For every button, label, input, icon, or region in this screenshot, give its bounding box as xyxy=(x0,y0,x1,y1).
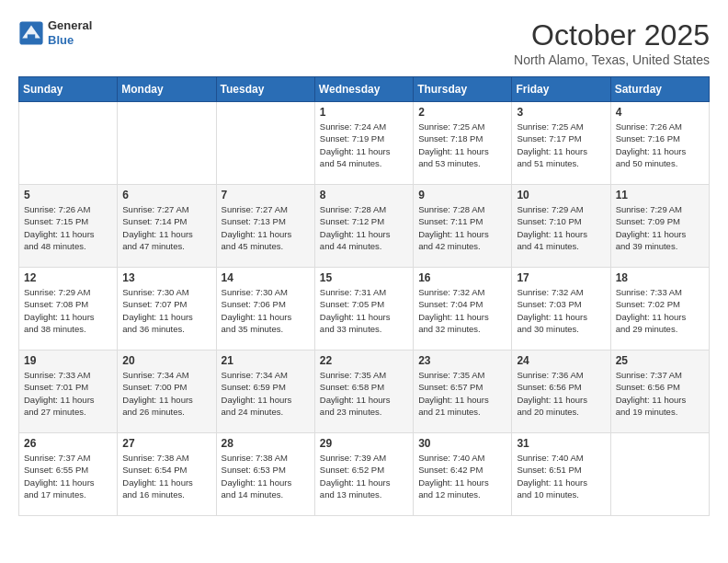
calendar-cell: 7Sunrise: 7:27 AM Sunset: 7:13 PM Daylig… xyxy=(216,185,314,268)
day-info: Sunrise: 7:29 AM Sunset: 7:09 PM Dayligh… xyxy=(616,203,704,252)
day-number: 17 xyxy=(517,271,605,284)
calendar-cell: 6Sunrise: 7:27 AM Sunset: 7:14 PM Daylig… xyxy=(118,185,216,268)
day-number: 26 xyxy=(24,437,112,450)
weekday-header: Thursday xyxy=(414,77,512,102)
day-info: Sunrise: 7:28 AM Sunset: 7:11 PM Dayligh… xyxy=(418,203,506,252)
day-info: Sunrise: 7:26 AM Sunset: 7:15 PM Dayligh… xyxy=(24,203,112,252)
calendar-cell: 4Sunrise: 7:26 AM Sunset: 7:16 PM Daylig… xyxy=(610,102,709,185)
calendar: SundayMondayTuesdayWednesdayThursdayFrid… xyxy=(18,76,710,516)
day-number: 8 xyxy=(320,189,408,201)
calendar-cell: 12Sunrise: 7:29 AM Sunset: 7:08 PM Dayli… xyxy=(19,268,118,350)
calendar-cell: 21Sunrise: 7:34 AM Sunset: 6:59 PM Dayli… xyxy=(216,350,314,433)
calendar-cell xyxy=(610,433,709,516)
day-info: Sunrise: 7:38 AM Sunset: 6:53 PM Dayligh… xyxy=(222,452,310,500)
day-number: 23 xyxy=(418,354,506,367)
calendar-cell: 24Sunrise: 7:36 AM Sunset: 6:56 PM Dayli… xyxy=(512,350,610,433)
calendar-week-row: 19Sunrise: 7:33 AM Sunset: 7:01 PM Dayli… xyxy=(19,350,710,433)
day-number: 11 xyxy=(616,189,704,201)
day-number: 18 xyxy=(616,271,704,284)
calendar-week-row: 5Sunrise: 7:26 AM Sunset: 7:15 PM Daylig… xyxy=(19,185,710,268)
calendar-cell: 29Sunrise: 7:39 AM Sunset: 6:52 PM Dayli… xyxy=(314,433,413,516)
calendar-cell: 31Sunrise: 7:40 AM Sunset: 6:51 PM Dayli… xyxy=(512,433,610,516)
day-info: Sunrise: 7:35 AM Sunset: 6:58 PM Dayligh… xyxy=(320,369,408,418)
day-number: 27 xyxy=(122,437,210,450)
calendar-cell: 9Sunrise: 7:28 AM Sunset: 7:11 PM Daylig… xyxy=(414,185,512,268)
calendar-cell: 19Sunrise: 7:33 AM Sunset: 7:01 PM Dayli… xyxy=(19,350,118,433)
day-info: Sunrise: 7:27 AM Sunset: 7:13 PM Dayligh… xyxy=(222,203,310,252)
day-number: 20 xyxy=(122,354,210,367)
day-info: Sunrise: 7:25 AM Sunset: 7:18 PM Dayligh… xyxy=(418,121,506,169)
calendar-cell: 30Sunrise: 7:40 AM Sunset: 6:42 PM Dayli… xyxy=(414,433,512,516)
calendar-cell: 11Sunrise: 7:29 AM Sunset: 7:09 PM Dayli… xyxy=(610,185,709,268)
calendar-cell: 3Sunrise: 7:25 AM Sunset: 7:17 PM Daylig… xyxy=(512,102,610,185)
calendar-cell: 8Sunrise: 7:28 AM Sunset: 7:12 PM Daylig… xyxy=(314,185,413,268)
day-number: 15 xyxy=(320,271,408,284)
day-info: Sunrise: 7:34 AM Sunset: 6:59 PM Dayligh… xyxy=(222,369,310,418)
location: North Alamo, Texas, United States xyxy=(514,52,710,67)
calendar-week-row: 1Sunrise: 7:24 AM Sunset: 7:19 PM Daylig… xyxy=(19,102,710,185)
calendar-cell: 15Sunrise: 7:31 AM Sunset: 7:05 PM Dayli… xyxy=(314,268,413,350)
day-info: Sunrise: 7:33 AM Sunset: 7:01 PM Dayligh… xyxy=(24,369,112,418)
day-info: Sunrise: 7:32 AM Sunset: 7:03 PM Dayligh… xyxy=(517,286,605,335)
day-number: 5 xyxy=(24,189,112,201)
day-number: 3 xyxy=(517,106,605,119)
day-info: Sunrise: 7:38 AM Sunset: 6:54 PM Dayligh… xyxy=(122,452,210,500)
calendar-cell: 14Sunrise: 7:30 AM Sunset: 7:06 PM Dayli… xyxy=(216,268,314,350)
day-info: Sunrise: 7:36 AM Sunset: 6:56 PM Dayligh… xyxy=(517,369,605,418)
day-info: Sunrise: 7:24 AM Sunset: 7:19 PM Dayligh… xyxy=(320,121,408,169)
day-info: Sunrise: 7:40 AM Sunset: 6:51 PM Dayligh… xyxy=(517,452,605,500)
day-number: 1 xyxy=(320,106,408,119)
day-number: 21 xyxy=(222,354,310,367)
day-number: 14 xyxy=(222,271,310,284)
day-number: 9 xyxy=(418,189,506,201)
calendar-cell: 25Sunrise: 7:37 AM Sunset: 6:56 PM Dayli… xyxy=(610,350,709,433)
calendar-cell: 27Sunrise: 7:38 AM Sunset: 6:54 PM Dayli… xyxy=(118,433,216,516)
day-info: Sunrise: 7:33 AM Sunset: 7:02 PM Dayligh… xyxy=(616,286,704,335)
calendar-cell: 23Sunrise: 7:35 AM Sunset: 6:57 PM Dayli… xyxy=(414,350,512,433)
calendar-cell xyxy=(216,102,314,185)
day-info: Sunrise: 7:37 AM Sunset: 6:56 PM Dayligh… xyxy=(616,369,704,418)
day-info: Sunrise: 7:35 AM Sunset: 6:57 PM Dayligh… xyxy=(418,369,506,418)
day-number: 30 xyxy=(418,437,506,450)
month-title: October 2025 xyxy=(514,18,710,52)
calendar-header-row: SundayMondayTuesdayWednesdayThursdayFrid… xyxy=(19,77,710,102)
day-info: Sunrise: 7:30 AM Sunset: 7:06 PM Dayligh… xyxy=(222,286,310,335)
day-number: 12 xyxy=(24,271,112,284)
weekday-header: Saturday xyxy=(610,77,709,102)
day-info: Sunrise: 7:29 AM Sunset: 7:08 PM Dayligh… xyxy=(24,286,112,335)
day-info: Sunrise: 7:39 AM Sunset: 6:52 PM Dayligh… xyxy=(320,452,408,500)
calendar-cell: 26Sunrise: 7:37 AM Sunset: 6:55 PM Dayli… xyxy=(19,433,118,516)
day-number: 2 xyxy=(418,106,506,119)
weekday-header: Tuesday xyxy=(216,77,314,102)
calendar-week-row: 12Sunrise: 7:29 AM Sunset: 7:08 PM Dayli… xyxy=(19,268,710,350)
calendar-cell: 13Sunrise: 7:30 AM Sunset: 7:07 PM Dayli… xyxy=(118,268,216,350)
weekday-header: Wednesday xyxy=(314,77,413,102)
day-info: Sunrise: 7:29 AM Sunset: 7:10 PM Dayligh… xyxy=(517,203,605,252)
weekday-header: Sunday xyxy=(19,77,118,102)
calendar-cell: 10Sunrise: 7:29 AM Sunset: 7:10 PM Dayli… xyxy=(512,185,610,268)
calendar-cell: 1Sunrise: 7:24 AM Sunset: 7:19 PM Daylig… xyxy=(314,102,413,185)
day-number: 7 xyxy=(222,189,310,201)
day-info: Sunrise: 7:40 AM Sunset: 6:42 PM Dayligh… xyxy=(418,452,506,500)
day-number: 28 xyxy=(222,437,310,450)
day-number: 31 xyxy=(517,437,605,450)
logo-text: General Blue xyxy=(48,18,92,47)
calendar-cell xyxy=(118,102,216,185)
day-info: Sunrise: 7:34 AM Sunset: 7:00 PM Dayligh… xyxy=(122,369,210,418)
day-number: 4 xyxy=(616,106,704,119)
day-number: 29 xyxy=(320,437,408,450)
page-header: General Blue October 2025 North Alamo, T… xyxy=(18,18,710,67)
calendar-cell: 17Sunrise: 7:32 AM Sunset: 7:03 PM Dayli… xyxy=(512,268,610,350)
day-info: Sunrise: 7:37 AM Sunset: 6:55 PM Dayligh… xyxy=(24,452,112,500)
logo-icon xyxy=(18,20,44,46)
calendar-cell: 28Sunrise: 7:38 AM Sunset: 6:53 PM Dayli… xyxy=(216,433,314,516)
day-info: Sunrise: 7:26 AM Sunset: 7:16 PM Dayligh… xyxy=(616,121,704,169)
calendar-cell: 18Sunrise: 7:33 AM Sunset: 7:02 PM Dayli… xyxy=(610,268,709,350)
calendar-cell: 2Sunrise: 7:25 AM Sunset: 7:18 PM Daylig… xyxy=(414,102,512,185)
day-number: 10 xyxy=(517,189,605,201)
day-info: Sunrise: 7:32 AM Sunset: 7:04 PM Dayligh… xyxy=(418,286,506,335)
day-info: Sunrise: 7:31 AM Sunset: 7:05 PM Dayligh… xyxy=(320,286,408,335)
weekday-header: Friday xyxy=(512,77,610,102)
calendar-cell: 22Sunrise: 7:35 AM Sunset: 6:58 PM Dayli… xyxy=(314,350,413,433)
day-info: Sunrise: 7:28 AM Sunset: 7:12 PM Dayligh… xyxy=(320,203,408,252)
